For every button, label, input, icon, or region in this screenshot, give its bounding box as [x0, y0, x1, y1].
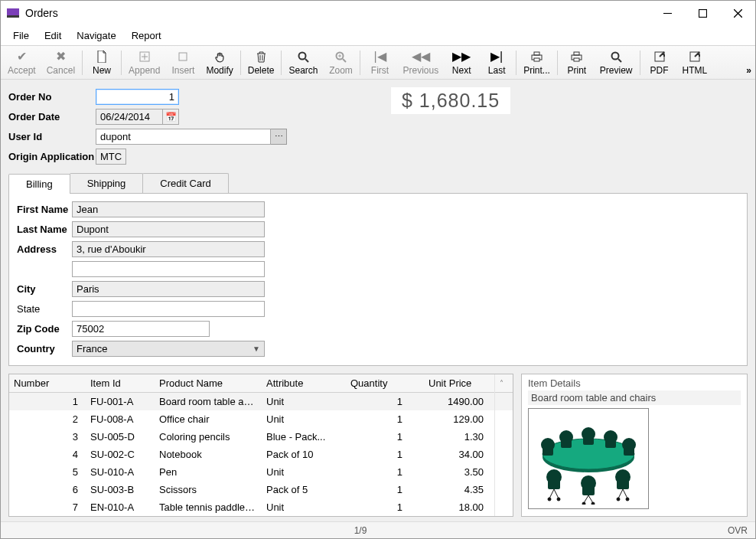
html-button[interactable]: HTML [677, 47, 713, 77]
table-row[interactable]: 3SU-005-DColoring pencilsBlue - Pack...1… [9, 428, 513, 446]
first-button[interactable]: |◀ First [362, 47, 397, 77]
search-icon [298, 50, 309, 64]
minimize-button[interactable] [650, 2, 685, 24]
delete-button[interactable]: Delete [243, 47, 280, 77]
col-quantity[interactable]: Quantity [346, 377, 424, 389]
insert-button[interactable]: Insert [165, 47, 200, 77]
svg-rect-27 [543, 445, 553, 456]
table-row[interactable]: 5SU-010-APenUnit13.50 [9, 463, 513, 481]
col-product-name[interactable]: Product Name [155, 377, 262, 389]
separator [281, 51, 282, 75]
append-button[interactable]: Append [123, 47, 165, 77]
order-no-input[interactable] [96, 89, 179, 105]
country-select[interactable]: France ▼ [72, 341, 265, 357]
cell-unit-price: 3.50 [424, 466, 494, 478]
cell-product-name: Office chair [155, 413, 262, 425]
user-lookup-button[interactable]: ⋯ [271, 129, 287, 145]
pdf-button[interactable]: PDF [642, 47, 677, 77]
state-input[interactable] [72, 301, 265, 317]
calendar-button[interactable]: 📅 [163, 109, 179, 125]
tab-shipping[interactable]: Shipping [70, 173, 144, 193]
print-setup-button[interactable]: Print... [518, 47, 556, 77]
user-id-label: User Id [8, 131, 96, 142]
cell-number: 1 [9, 396, 86, 407]
menu-report[interactable]: Report [124, 28, 169, 44]
svg-line-13 [343, 59, 346, 62]
country-label: Country [17, 343, 72, 354]
first-icon: |◀ [373, 50, 386, 64]
table-row[interactable]: 4SU-002-CNotebookPack of 10134.00 [9, 446, 513, 463]
address1-input[interactable] [72, 241, 265, 257]
cell-quantity: 1 [346, 413, 424, 425]
app-window: Orders File Edit Navigate Report ✔ Accep… [0, 0, 756, 539]
calendar-icon: 📅 [165, 112, 177, 122]
tab-credit-card[interactable]: Credit Card [142, 173, 228, 193]
new-button[interactable]: New [84, 47, 119, 77]
tab-billing[interactable]: Billing [8, 174, 70, 194]
modify-button[interactable]: Modify [200, 47, 238, 77]
cell-item-id: SU-002-C [86, 449, 155, 460]
table-row[interactable]: 1FU-001-ABoard room table an...Unit11490… [9, 393, 513, 410]
col-unit-price[interactable]: Unit Price [424, 377, 494, 389]
order-date-input[interactable] [96, 109, 163, 125]
cell-unit-price: 18.00 [424, 501, 494, 513]
cell-attribute: Pack of 10 [262, 449, 346, 460]
scroll-up-button[interactable]: ˄ [494, 374, 508, 393]
table-row[interactable]: 7EN-010-ATable tennis paddles...Unit118.… [9, 498, 513, 516]
next-button[interactable]: ▶▶ Next [444, 47, 479, 77]
grid-body[interactable]: 1FU-001-ABoard room table an...Unit11490… [9, 393, 513, 516]
origin-app-input[interactable] [96, 149, 126, 165]
maximize-button[interactable] [685, 2, 720, 24]
svg-rect-16 [534, 58, 539, 61]
cell-attribute: Unit [262, 413, 346, 425]
items-grid: Number Item Id Product Name Attribute Qu… [8, 374, 513, 517]
city-input[interactable] [72, 281, 265, 297]
address2-input[interactable] [72, 261, 265, 277]
table-row[interactable]: 6SU-003-BScissorsPack of 514.35 [9, 481, 513, 498]
svg-line-21 [618, 59, 621, 62]
svg-rect-41 [617, 477, 629, 489]
first-name-input[interactable] [72, 201, 265, 217]
cell-unit-price: 1.30 [424, 431, 494, 443]
menu-navigate[interactable]: Navigate [69, 28, 123, 44]
svg-rect-18 [574, 52, 579, 55]
col-item-id[interactable]: Item Id [86, 377, 155, 389]
table-row[interactable]: 2FU-008-AOffice chairUnit1129.00 [9, 410, 513, 428]
cell-quantity: 1 [346, 396, 424, 407]
chevron-down-icon: ▼ [253, 345, 260, 353]
svg-rect-31 [583, 434, 594, 445]
menu-bar: File Edit Navigate Report [1, 25, 755, 45]
first-name-label: First Name [17, 204, 72, 215]
search-button[interactable]: Search [283, 47, 323, 77]
cell-quantity: 1 [346, 431, 424, 443]
zoom-button[interactable]: Zoom [323, 47, 358, 77]
cell-number: 4 [9, 449, 86, 460]
cell-attribute: Unit [262, 466, 346, 478]
last-button[interactable]: ▶| Last [479, 47, 514, 77]
accept-button[interactable]: ✔ Accept [2, 47, 41, 77]
last-name-input[interactable] [72, 221, 265, 237]
svg-point-8 [298, 52, 305, 59]
previous-button[interactable]: ◀◀ Previous [397, 47, 444, 77]
cancel-button[interactable]: ✖ Cancel [41, 47, 80, 77]
svg-line-43 [554, 489, 559, 498]
svg-line-46 [618, 489, 623, 498]
menu-edit[interactable]: Edit [37, 28, 69, 44]
print-button[interactable]: Print [559, 47, 595, 77]
svg-line-45 [588, 495, 593, 503]
svg-point-51 [591, 502, 595, 505]
cell-number: 3 [9, 431, 86, 443]
user-id-input[interactable] [96, 129, 271, 145]
col-attribute[interactable]: Attribute [262, 377, 346, 389]
preview-button[interactable]: Preview [595, 47, 638, 77]
order-date-label: Order Date [8, 111, 96, 122]
zip-input[interactable] [72, 321, 210, 337]
cell-unit-price: 34.00 [424, 449, 494, 460]
content-area: Order No Order Date 📅 User Id ⋯ [1, 80, 755, 521]
details-title: Item Details [528, 377, 741, 389]
col-number[interactable]: Number [9, 377, 86, 389]
svg-line-9 [305, 59, 308, 62]
toolbar-overflow-button[interactable]: » [746, 65, 752, 76]
close-button[interactable] [720, 2, 755, 24]
menu-file[interactable]: File [5, 28, 37, 44]
